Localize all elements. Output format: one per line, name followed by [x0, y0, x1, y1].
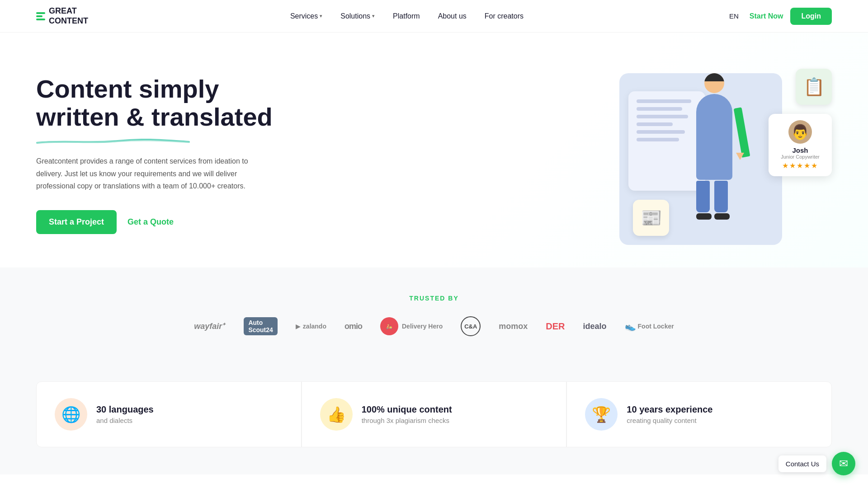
- logo-autoscout: AutoScout24: [244, 317, 277, 335]
- navbar-right: EN Start Now Login: [726, 8, 832, 25]
- logo-idealo: idealo: [583, 322, 607, 331]
- nav-solutions[interactable]: Solutions ▾: [333, 9, 382, 24]
- hero-content: Content simply written & translated Grea…: [36, 75, 273, 234]
- logo-text: GREAT CONTENT: [49, 6, 88, 26]
- chevron-down-icon: ▾: [320, 13, 322, 19]
- chevron-down-icon: ▾: [372, 13, 375, 19]
- logo-wayfair: wayfair✦: [194, 322, 226, 331]
- logo-foot-locker: 👟 Foot Locker: [625, 321, 674, 332]
- experience-icon: 🏆: [585, 398, 618, 431]
- logo-zalando: ▶ zalando: [296, 323, 326, 330]
- logo-omio: omio: [344, 322, 362, 331]
- trusted-label: TRUSTED BY: [36, 295, 832, 302]
- trusted-section: TRUSTED BY wayfair✦ AutoScout24 ▶ zaland…: [0, 267, 868, 363]
- hero-underline-decoration: [36, 138, 190, 142]
- josh-role: Junior Copywriter: [781, 154, 820, 160]
- feature-experience-text: 10 years experience creating quality con…: [627, 404, 712, 424]
- logo[interactable]: GREAT CONTENT: [36, 6, 88, 26]
- nav-services[interactable]: Services ▾: [283, 9, 330, 24]
- logo-ca: C&A: [461, 316, 481, 336]
- hero-section: Content simply written & translated Grea…: [0, 33, 868, 267]
- josh-card: 👨 Josh Junior Copywriter ★★★★★: [769, 114, 832, 176]
- josh-stars: ★★★★★: [782, 161, 818, 170]
- contact-label: Contact Us: [778, 455, 826, 472]
- hero-illustration: 📰 📋 👨 Josh Junior Copywriter ★★★★★: [615, 64, 832, 245]
- hero-buttons: Start a Project Get a Quote: [36, 210, 273, 234]
- contact-widget: Contact Us ✉: [778, 452, 855, 474]
- feature-unique-content: 👍 100% unique content through 3x plagiar…: [302, 381, 567, 447]
- languages-icon: 🌐: [55, 398, 87, 431]
- feature-languages-text: 30 languages and dialects: [96, 404, 154, 424]
- features-grid: 🌐 30 languages and dialects 👍 100% uniqu…: [36, 381, 832, 447]
- logo-momox: momox: [499, 322, 528, 331]
- josh-name: Josh: [792, 146, 808, 154]
- features-section: 🌐 30 languages and dialects 👍 100% uniqu…: [0, 363, 868, 474]
- nav-about[interactable]: About us: [431, 9, 474, 24]
- main-nav: Services ▾ Solutions ▾ Platform About us…: [283, 9, 531, 24]
- avatar: 👨: [788, 120, 812, 144]
- logo-der: DER: [546, 321, 565, 332]
- news-icon: 📰: [633, 200, 669, 236]
- nav-creators[interactable]: For creators: [477, 9, 531, 24]
- email-icon: ✉: [839, 457, 848, 470]
- feature-experience: 🏆 10 years experience creating quality c…: [566, 381, 832, 447]
- contact-button[interactable]: ✉: [832, 452, 855, 474]
- feature-languages: 🌐 30 languages and dialects: [36, 381, 302, 447]
- hero-title: Content simply written & translated: [36, 75, 273, 131]
- hero-description: Greatcontent provides a range of content…: [36, 155, 262, 192]
- feature-unique-text: 100% unique content through 3x plagiaris…: [362, 404, 452, 424]
- navbar: GREAT CONTENT Services ▾ Solutions ▾ Pla…: [0, 0, 868, 33]
- start-project-button[interactable]: Start a Project: [36, 210, 117, 234]
- logo-icon: [36, 12, 45, 20]
- unique-content-icon: 👍: [320, 398, 353, 431]
- document-icon: 📋: [796, 69, 832, 105]
- language-selector[interactable]: EN: [726, 10, 742, 22]
- get-quote-link[interactable]: Get a Quote: [127, 217, 174, 227]
- nav-platform[interactable]: Platform: [386, 9, 427, 24]
- logos-row: wayfair✦ AutoScout24 ▶ zalando omio 🛵 De…: [36, 316, 832, 336]
- login-button[interactable]: Login: [790, 8, 832, 25]
- start-now-button[interactable]: Start Now: [750, 12, 783, 20]
- logo-delivery-hero: 🛵 Delivery Hero: [380, 317, 443, 335]
